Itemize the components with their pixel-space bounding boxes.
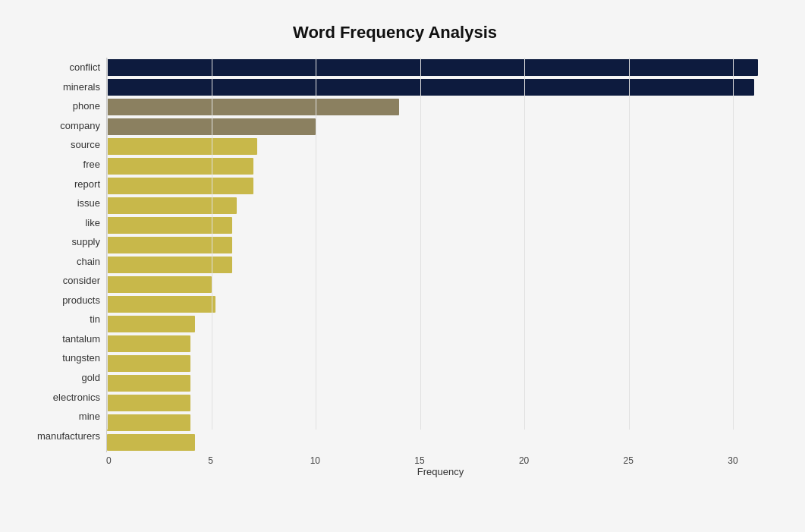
- chart-title: Word Frequency Analysis: [15, 15, 775, 42]
- y-label: conflict: [15, 58, 100, 77]
- bar-source: [107, 138, 257, 155]
- bar-row: [107, 216, 775, 235]
- y-label: like: [15, 212, 100, 232]
- y-label: phone: [15, 96, 100, 116]
- bar-like: [107, 217, 232, 234]
- bar-row: [107, 137, 775, 156]
- bar-phone: [107, 99, 399, 115]
- y-label: consider: [15, 271, 100, 291]
- bar-free: [107, 158, 253, 175]
- y-axis: conflictmineralsphonecompanysourcefreere…: [15, 58, 106, 468]
- y-label: company: [15, 116, 100, 136]
- y-label: minerals: [15, 77, 100, 97]
- bar-row: [107, 255, 775, 275]
- bar-row: [107, 413, 775, 433]
- y-label: report: [15, 174, 100, 194]
- bar-row: [107, 58, 775, 77]
- y-label: mine: [15, 407, 100, 427]
- bar-conflict: [107, 59, 758, 76]
- plot-area: 051015202530 Frequency: [106, 58, 775, 468]
- chart-area: conflictmineralsphonecompanysourcefreere…: [15, 58, 775, 468]
- bar-row: [107, 156, 775, 176]
- bar-tantalum: [107, 335, 190, 352]
- y-label: products: [15, 291, 100, 310]
- bar-chain: [107, 257, 232, 273]
- bar-row: [107, 393, 775, 413]
- bar-products: [107, 296, 215, 313]
- chart-container: Word Frequency Analysis conflictminerals…: [0, 0, 805, 532]
- x-axis-label: Frequency: [106, 466, 775, 477]
- y-label: source: [15, 135, 100, 155]
- bar-row: [107, 275, 775, 294]
- y-label: chain: [15, 251, 100, 271]
- y-label: tin: [15, 310, 100, 329]
- y-label: tungsten: [15, 348, 100, 368]
- bar-row: [107, 294, 775, 314]
- bar-manufacturers: [107, 434, 195, 451]
- x-tick: 20: [519, 455, 529, 466]
- bar-tungsten: [107, 355, 190, 372]
- bar-row: [107, 117, 775, 137]
- bars-container: [106, 58, 775, 452]
- x-tick: 25: [624, 455, 634, 466]
- bar-report: [107, 178, 253, 194]
- x-tick: 10: [310, 455, 320, 466]
- y-label: manufacturers: [15, 426, 100, 445]
- bar-row: [107, 433, 775, 452]
- bar-minerals: [107, 79, 754, 96]
- bar-consider: [107, 276, 212, 293]
- bar-row: [107, 235, 775, 255]
- bar-row: [107, 354, 775, 373]
- bar-mine: [107, 414, 190, 431]
- y-label: gold: [15, 368, 100, 388]
- x-tick: 15: [414, 455, 424, 466]
- bar-row: [107, 373, 775, 393]
- y-label: issue: [15, 194, 100, 213]
- y-label: electronics: [15, 387, 100, 407]
- x-tick: 30: [728, 455, 737, 466]
- bar-row: [107, 97, 775, 117]
- bar-gold: [107, 375, 190, 392]
- bar-supply: [107, 237, 232, 253]
- y-label: free: [15, 155, 100, 175]
- bar-row: [107, 77, 775, 97]
- bar-electronics: [107, 395, 190, 411]
- bar-row: [107, 334, 775, 354]
- y-label: supply: [15, 232, 100, 252]
- y-label: tantalum: [15, 329, 100, 349]
- bar-tin: [107, 316, 195, 332]
- x-tick: 5: [208, 455, 213, 466]
- bar-row: [107, 314, 775, 334]
- bar-row: [107, 176, 775, 196]
- bar-issue: [107, 197, 237, 214]
- x-tick: 0: [106, 455, 112, 466]
- bar-company: [107, 118, 316, 135]
- bar-row: [107, 196, 775, 216]
